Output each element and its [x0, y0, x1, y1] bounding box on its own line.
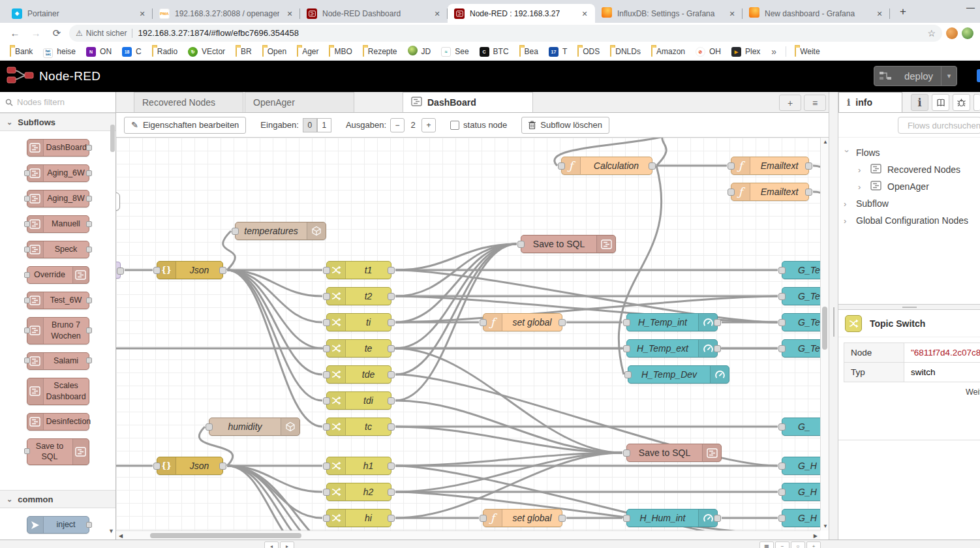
sidebar-divider[interactable] [829, 92, 838, 540]
palette-node-Override[interactable]: Override [27, 266, 89, 284]
node-h1[interactable]: h1 [326, 457, 391, 475]
node-input-port[interactable] [778, 319, 786, 326]
node-output-port[interactable] [388, 319, 395, 326]
node-Emailtext[interactable]: ƒEmailtext [731, 183, 809, 201]
tab-close-icon[interactable]: ✕ [432, 8, 442, 19]
horizontal-scroll-thumb[interactable] [150, 533, 301, 538]
node-port[interactable] [24, 221, 30, 227]
node-input-port[interactable] [323, 319, 330, 326]
zoom-out-button[interactable]: − [775, 541, 789, 548]
edit-properties-button[interactable]: ✎ Eigenschaften bearbeiten [124, 117, 246, 134]
node-G_H[interactable]: G_H [782, 509, 820, 527]
inputs-option-0[interactable]: 0 [303, 118, 317, 132]
scroll-up-icon[interactable]: ▲ [823, 139, 828, 145]
node-port[interactable] [86, 221, 92, 227]
node-input-port[interactable] [558, 162, 565, 170]
browser-tab[interactable]: New dashboard - Grafana✕ [743, 4, 890, 23]
node-input-port[interactable] [323, 293, 330, 300]
bookmark-item[interactable]: 17T [544, 44, 572, 59]
node-input-port[interactable] [323, 267, 330, 274]
node-input-port[interactable] [778, 515, 786, 522]
browser-tab[interactable]: Node-RED Dashboard✕ [300, 4, 448, 23]
node-input-port[interactable] [206, 423, 213, 431]
node-h2[interactable]: h2 [326, 483, 391, 501]
outputs-decrement-button[interactable]: − [390, 118, 405, 132]
node-input-port[interactable] [778, 267, 786, 274]
tab-close-icon[interactable]: ✕ [137, 8, 147, 19]
node-output-port[interactable] [714, 345, 721, 352]
palette-filter[interactable]: Nodes filtern [0, 92, 115, 113]
palette-node-Scales-Dashboard[interactable]: ScalesDashboard [27, 378, 89, 405]
node-G_[interactable]: G_ [782, 418, 820, 436]
node-input-port[interactable] [623, 449, 630, 457]
inputs-option-1[interactable]: 1 [317, 118, 331, 132]
palette-node-Desinfection[interactable]: Desinfection [27, 413, 89, 431]
vertical-scroll-thumb[interactable] [822, 307, 827, 350]
node-port[interactable] [86, 358, 92, 363]
palette-node-DashBoard[interactable]: DashBoard [27, 139, 89, 157]
node-port[interactable] [24, 247, 30, 252]
delete-subflow-button[interactable]: Subflow löschen [521, 117, 609, 134]
node-input-port[interactable] [727, 189, 735, 196]
node-Emailtext[interactable]: ƒEmailtext [731, 157, 809, 175]
node-input-port[interactable] [517, 241, 525, 248]
node-output-port[interactable] [117, 267, 124, 275]
node-set-global[interactable]: ƒset global [483, 509, 562, 527]
node-tdi[interactable]: tdi [326, 391, 391, 410]
node-stub[interactable] [116, 262, 121, 279]
tree-item-Flows[interactable]: ›Flows [844, 144, 980, 161]
node-output-port[interactable] [559, 515, 566, 522]
tree-item-Subflow[interactable]: ›Subflow [844, 195, 980, 212]
node-input-port[interactable] [323, 397, 330, 404]
node-port[interactable] [86, 297, 92, 303]
node-port[interactable] [24, 170, 30, 176]
palette-expand-button[interactable]: ▸ [280, 541, 294, 548]
bookmark-item[interactable]: DNLDs [605, 44, 645, 59]
node-port[interactable] [86, 247, 92, 252]
palette-node-Aging_8W[interactable]: Aging_8W [27, 190, 89, 207]
bookmark-item[interactable]: CBTC [475, 44, 513, 59]
node-output-port[interactable] [388, 267, 395, 274]
bookmark-item[interactable]: ≈See [436, 44, 473, 59]
node-H_Temp_int[interactable]: H_Temp_int [626, 313, 718, 331]
profile-avatar[interactable] [962, 27, 973, 39]
url-text[interactable]: 192.168.3.27:1874/#flow/efbc7696.354458 [138, 28, 922, 38]
node-input-port[interactable] [323, 371, 330, 378]
node-t2[interactable]: t2 [326, 287, 391, 305]
node-input-port[interactable] [323, 489, 330, 496]
tree-item-OpenAger[interactable]: ›OpenAger [844, 178, 980, 195]
bookmark-item[interactable]: 18C [117, 44, 146, 59]
reload-icon[interactable]: ⟳ [48, 27, 65, 39]
zoom-reset-button[interactable]: ○ [791, 541, 805, 548]
node-input-port[interactable] [623, 319, 630, 326]
node-input-port[interactable] [153, 463, 161, 470]
bookmark-item[interactable]: Bank [5, 44, 37, 59]
browser-tab[interactable]: PMA192.168.3.27:8088 / openager_✕ [153, 4, 300, 23]
scroll-right-icon[interactable]: ▶ [814, 533, 818, 539]
bookmark-item[interactable]: heisecheise [38, 44, 80, 59]
new-tab-button[interactable]: + [894, 3, 912, 21]
chevron-icon[interactable]: › [844, 216, 850, 226]
node-output-port[interactable] [388, 397, 395, 404]
node-G_H[interactable]: G_H [782, 457, 820, 475]
node-ti[interactable]: ti [326, 313, 391, 331]
palette-collapse-button[interactable]: ◂ [264, 541, 279, 548]
flow-canvas[interactable]: ƒCalculationƒEmailtextƒEmailtextSave to … [116, 138, 820, 530]
outputs-value[interactable]: 2 [408, 120, 418, 130]
address-bar[interactable]: ⚠Nicht sicher 192.168.3.27:1874/#flow/ef… [69, 25, 942, 42]
tree-item-Global-Configuration-Nodes[interactable]: ›Global Configuration Nodes [844, 212, 980, 229]
flow-list-button[interactable]: ≡ [804, 95, 826, 111]
node-port[interactable] [86, 522, 92, 528]
node-stub[interactable] [116, 192, 120, 211]
bookmark-item[interactable]: Amazon [647, 44, 690, 59]
node-input-port[interactable] [323, 423, 330, 431]
palette-category-common[interactable]: ⌄common [0, 490, 115, 508]
help-book-button[interactable] [932, 94, 949, 111]
bookmark-item[interactable]: ▶Plex [727, 44, 765, 59]
deploy-button[interactable]: deploy ▾ [874, 66, 957, 86]
sidebar-section-grip[interactable] [838, 304, 980, 310]
node-input-port[interactable] [778, 423, 786, 431]
node-temperatures[interactable]: temperatures [235, 222, 326, 240]
palette-node-Speck[interactable]: Speck [27, 241, 89, 258]
window-minimize-button[interactable]: — [966, 3, 975, 12]
